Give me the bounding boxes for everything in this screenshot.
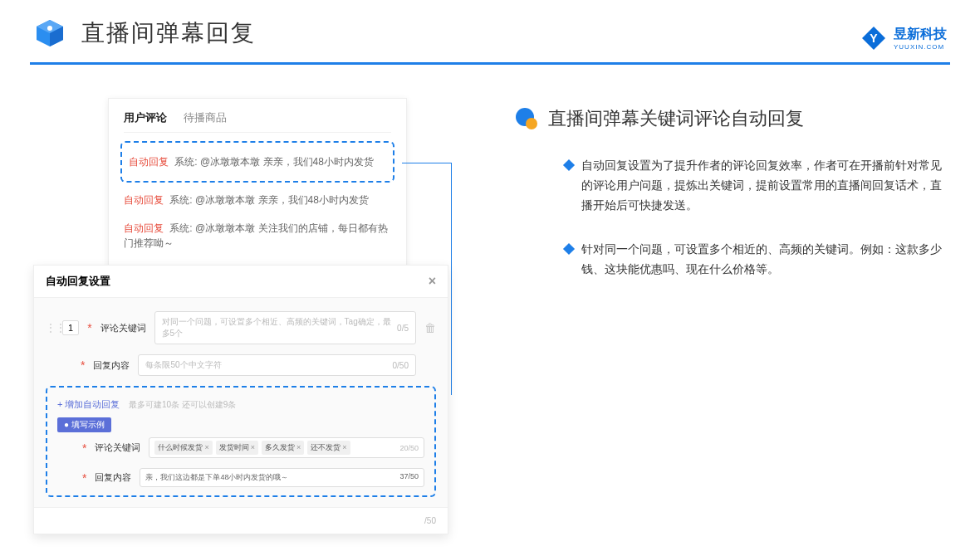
highlighted-comment: 自动回复 系统: @冰墩墩本墩 亲亲，我们48小时内发货 bbox=[120, 141, 394, 183]
example-keyword-label: 评论关键词 bbox=[95, 441, 140, 454]
required-dot: * bbox=[81, 358, 85, 372]
footer-count: /50 bbox=[424, 516, 436, 525]
example-section: + 增加自动回复 最多可建10条 还可以创建9条 ● 填写示例 * 评论关键词 … bbox=[46, 386, 436, 497]
example-content-input[interactable]: 亲，我们这边都是下单48小时内发货的哦～ 37/50 bbox=[140, 468, 424, 487]
auto-reply-tag: 自动回复 bbox=[124, 222, 164, 234]
row-number: 1 bbox=[62, 320, 79, 335]
close-icon[interactable]: × bbox=[429, 274, 436, 289]
chat-bubble-icon bbox=[515, 107, 538, 130]
content-label: 回复内容 bbox=[93, 359, 130, 372]
delete-icon[interactable]: 🗑 bbox=[424, 321, 436, 334]
svg-text:Y: Y bbox=[870, 32, 878, 45]
example-keyword-input[interactable]: 什么时候发货× 发货时间× 多久发货× 还不发货× 20/50 bbox=[149, 437, 424, 458]
svg-point-7 bbox=[526, 118, 537, 129]
keyword-label: 评论关键词 bbox=[100, 322, 146, 334]
example-badge: ● 填写示例 bbox=[57, 417, 111, 432]
brand-logo: Y 昱新科技 YUUXIN.COM bbox=[860, 25, 947, 51]
drag-handle-icon[interactable]: ⋮⋮ bbox=[46, 322, 54, 334]
comment-text: 系统: @冰墩墩本墩 亲亲，我们48小时内发货 bbox=[169, 194, 369, 206]
content-input[interactable]: 每条限50个中文字符 0/50 bbox=[138, 354, 416, 376]
tab-pending-products[interactable]: 待播商品 bbox=[184, 110, 227, 125]
page-title: 直播间弹幕回复 bbox=[81, 17, 256, 49]
section-title: 直播间弹幕关键词评论自动回复 bbox=[548, 106, 804, 131]
brand-name-cn: 昱新科技 bbox=[894, 26, 947, 43]
tab-user-comments[interactable]: 用户评论 bbox=[124, 110, 167, 125]
add-hint: 最多可建10条 还可以创建9条 bbox=[129, 400, 236, 409]
keyword-input[interactable]: 对同一个问题，可设置多个相近、高频的关键词，Tag确定，最多5个 0/5 bbox=[154, 311, 416, 344]
comment-text: 系统: @冰墩墩本墩 亲亲，我们48小时内发货 bbox=[174, 156, 374, 168]
bullet-text-1: 自动回复设置为了提升作者的评论回复效率，作者可在开播前针对常见的评论用户问题，提… bbox=[581, 156, 947, 215]
auto-reply-tag: 自动回复 bbox=[124, 194, 164, 206]
bullet-diamond-icon bbox=[563, 159, 575, 171]
add-auto-reply-link[interactable]: + 增加自动回复 bbox=[57, 399, 120, 409]
bullet-text-2: 针对同一个问题，可设置多个相近的、高频的关键词。例如：这款多少钱、这块能优惠吗、… bbox=[581, 240, 947, 280]
brand-name-en: YUUXIN.COM bbox=[894, 43, 947, 51]
example-content-label: 回复内容 bbox=[95, 471, 131, 484]
bullet-diamond-icon bbox=[563, 243, 575, 255]
auto-reply-tag: 自动回复 bbox=[129, 156, 169, 168]
comments-panel: 用户评论 待播商品 自动回复 系统: @冰墩墩本墩 亲亲，我们48小时内发货 自… bbox=[108, 98, 407, 273]
svg-point-3 bbox=[47, 26, 52, 31]
logo-cube-icon bbox=[33, 17, 66, 50]
required-dot: * bbox=[87, 321, 91, 334]
settings-title: 自动回复设置 bbox=[46, 274, 110, 289]
auto-reply-settings-panel: 自动回复设置 × ⋮⋮ 1 * 评论关键词 对同一个问题，可设置多个相近、高频的… bbox=[33, 265, 448, 534]
